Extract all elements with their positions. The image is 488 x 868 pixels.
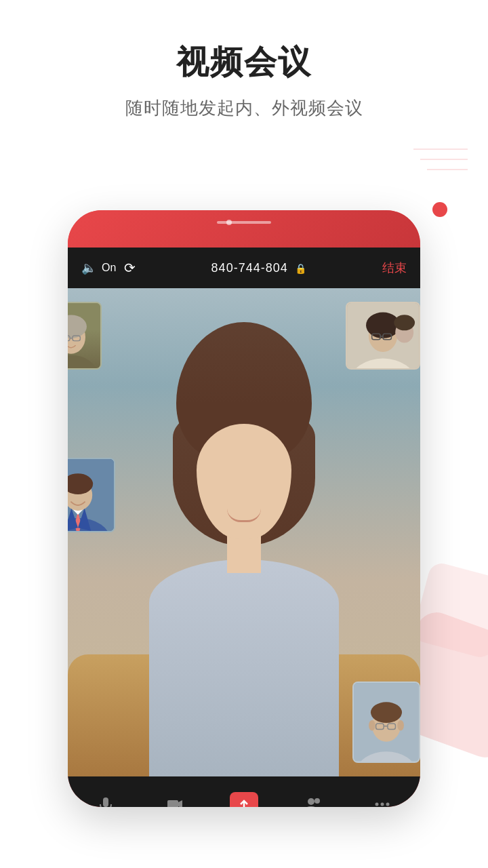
bottom-navigation: 音频 视频 共享 [68,776,420,807]
svg-rect-35 [103,797,108,807]
meeting-id-display: 840-744-804 🔒 [145,261,373,275]
svg-point-43 [375,803,379,806]
video-area [68,288,420,776]
video-nav-icon [166,795,184,807]
svg-point-29 [371,702,402,723]
shirt [149,559,339,776]
svg-point-30 [369,720,375,730]
participant-1-avatar [68,303,100,368]
call-status-bar: 🔈 On ⟳ 840-744-804 🔒 结束 [68,248,420,288]
speaker-icon: 🔈 [81,260,96,275]
svg-point-3 [68,355,97,368]
thumbnail-participant-4 [352,682,420,763]
phone-top-bar [68,210,420,248]
decorative-dot [432,202,447,217]
thumbnail-participant-2 [346,302,420,370]
nav-item-share[interactable]: 共享 [209,792,279,807]
participants-icon [304,795,322,807]
phone-mockup: 🔈 On ⟳ 840-744-804 🔒 结束 [68,210,420,807]
thumb-person-4-bg [354,683,419,762]
svg-point-31 [397,720,404,730]
page-title: 视频会议 [0,41,488,84]
participant-3-avatar [68,459,114,531]
video-camera-icon [166,795,184,807]
svg-point-44 [381,803,384,806]
share-icon-box [230,792,258,807]
more-dots-icon [373,795,391,807]
title-section: 视频会议 随时随地发起内、外视频会议 [0,41,488,120]
thumbnail-participant-1 [68,302,102,370]
thumb-person-2-bg [347,303,419,368]
share-nav-icon [230,792,258,807]
participant-4-avatar [354,683,419,762]
audio-on-label: On [102,262,116,274]
more-nav-icon [373,795,391,807]
svg-point-45 [386,803,390,806]
decorative-lines [413,136,468,190]
page-subtitle: 随时随地发起内、外视频会议 [0,96,488,120]
nav-item-more[interactable]: 更多 [348,795,417,807]
end-call-button[interactable]: 结束 [382,260,407,276]
audio-status: 🔈 On ⟳ [81,260,136,276]
svg-rect-38 [167,800,178,807]
nav-item-audio[interactable]: 音频 [71,795,140,807]
camera-flip-icon[interactable]: ⟳ [124,260,136,276]
svg-marker-39 [178,800,182,807]
nav-item-video[interactable]: 视频 [140,795,209,807]
participants-nav-icon [304,795,322,807]
svg-point-42 [314,798,320,804]
lock-icon: 🔒 [295,263,307,274]
thumb-person-3-bg [68,459,114,531]
nav-item-participants[interactable]: 参与者 [279,795,348,807]
phone-notch-indicator [217,221,271,224]
share-upload-icon [237,800,251,807]
thumb-person-1-bg [68,303,100,368]
microphone-icon [97,795,115,807]
audio-nav-icon [97,795,115,807]
participant-2-avatar [347,303,419,368]
meeting-id-text: 840-744-804 [211,261,288,275]
svg-point-17 [394,315,415,330]
svg-point-41 [308,798,314,805]
thumbnail-participant-3 [68,458,115,532]
